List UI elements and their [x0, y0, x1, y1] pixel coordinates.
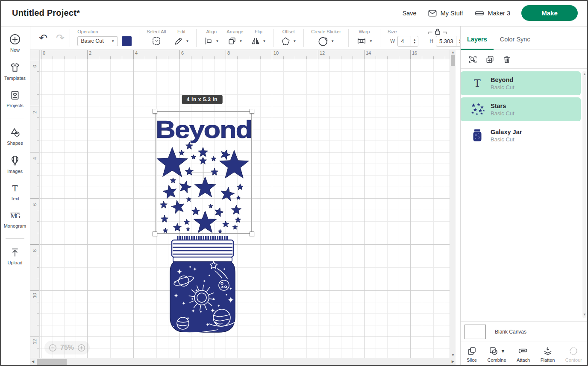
attach-button[interactable]: Attach	[517, 346, 530, 363]
layer-thumbnail-stars	[469, 102, 485, 116]
tab-color-sync[interactable]: Color Sync	[494, 36, 537, 50]
flatten-icon	[543, 346, 553, 356]
scroll-up-arrow[interactable]: ▲	[451, 51, 455, 54]
zoom-in-button[interactable]	[77, 344, 85, 352]
chevron-down-icon: ▼	[185, 39, 189, 43]
project-title[interactable]: Untitled Project*	[12, 8, 80, 18]
header-bar: Untitled Project* Save My Stuff Maker 3 …	[0, 0, 588, 26]
flip-label: Flip	[255, 29, 262, 34]
pencil-icon	[173, 36, 183, 46]
v-ruler-number: 6	[32, 200, 37, 206]
my-stuff-button[interactable]: My Stuff	[428, 9, 463, 18]
chevron-down-icon: ▼	[331, 39, 334, 43]
select-all-icon	[151, 36, 162, 46]
selection-handle-bottom-left[interactable]	[153, 231, 157, 236]
svg-text:T: T	[12, 183, 18, 193]
scroll-right-arrow[interactable]: ▶	[452, 360, 454, 363]
chevron-down-icon: ▼	[262, 39, 266, 43]
sidebar-item-templates[interactable]: Templates	[4, 61, 26, 81]
operation-dropdown[interactable]: Basic Cut ▼	[77, 36, 118, 46]
arrange-icon	[227, 36, 237, 46]
active-tab-underline	[461, 49, 494, 50]
tab-layers[interactable]: Layers	[461, 36, 494, 50]
slice-icon	[467, 346, 477, 356]
blank-canvas-swatch[interactable]	[465, 325, 486, 339]
scroll-left-arrow[interactable]: ◀	[32, 360, 34, 363]
shapes-icon	[9, 126, 21, 138]
v-ruler-number: 2	[32, 108, 37, 114]
design-canvas[interactable]: Beyond	[30, 50, 460, 366]
h-ruler-number: 0	[43, 50, 45, 56]
scroll-down-arrow[interactable]: ▼	[451, 354, 455, 357]
layer-row-stars[interactable]: Stars Basic Cut	[461, 97, 581, 121]
edit-group[interactable]: Edit ▼	[170, 29, 193, 47]
toolbar-divider	[303, 29, 304, 47]
select-all-label: Select All	[147, 29, 166, 34]
lock-icon[interactable]	[428, 28, 447, 35]
select-all-group[interactable]: Select All	[143, 29, 170, 47]
sidebar-item-new[interactable]: New	[9, 33, 21, 53]
color-swatch[interactable]	[122, 36, 132, 46]
sidebar-item-shapes[interactable]: Shapes	[7, 126, 23, 146]
tshirt-icon	[9, 61, 21, 73]
zoom-out-button[interactable]	[49, 344, 57, 352]
selection-handle-bottom-right[interactable]	[250, 231, 254, 236]
sidebar-item-monogram[interactable]: MG Monogram	[4, 210, 26, 228]
panel-scrollbar[interactable]	[582, 71, 586, 318]
make-button[interactable]: Make	[521, 5, 578, 21]
slice-button[interactable]: Slice	[467, 346, 477, 363]
undo-button[interactable]: ↶	[39, 33, 47, 43]
save-button[interactable]: Save	[403, 10, 417, 17]
layer-tools-row	[461, 50, 588, 69]
sidebar-item-projects[interactable]: Projects	[6, 90, 24, 108]
warp-label: Warp	[359, 29, 370, 34]
layer-row-galaxy-jar[interactable]: Galaxy Jar Basic Cut	[461, 123, 581, 147]
sidebar-item-upload[interactable]: Upload	[8, 247, 23, 265]
horizontal-scroll-thumb[interactable]	[37, 359, 67, 365]
warp-group[interactable]: Warp ▼	[352, 29, 376, 47]
sidebar-item-text[interactable]: T Text	[9, 183, 21, 201]
combine-button[interactable]: ▼ Combine	[488, 346, 506, 363]
flatten-button[interactable]: Flatten	[541, 346, 555, 363]
layer-actions-bar: Slice ▼ Combine Attach Flatten Contour	[461, 342, 588, 366]
align-icon	[204, 36, 213, 46]
vertical-scroll-thumb[interactable]	[451, 55, 455, 66]
v-ruler-number: 0	[32, 61, 37, 67]
machine-selector[interactable]: Maker 3	[474, 9, 510, 18]
warp-icon	[356, 36, 367, 46]
panel-scroll-up-arrow[interactable]: ▲	[583, 73, 586, 76]
canvas-vertical-scrollbar[interactable]: ▲ ▼	[450, 50, 456, 358]
width-stepper[interactable]: ▲▼	[411, 36, 418, 46]
toolbar-divider	[273, 29, 273, 47]
arrange-group[interactable]: Arrange ▼	[223, 29, 247, 47]
v-ruler-number: 8	[32, 246, 37, 252]
blank-canvas-row[interactable]: Blank Canvas	[461, 321, 588, 342]
flip-group[interactable]: Flip ▼	[247, 29, 270, 47]
panel-scroll-down-arrow[interactable]: ▼	[583, 313, 586, 316]
canvas-horizontal-scrollbar[interactable]: ◀ ▶	[30, 358, 456, 365]
height-input[interactable]: 5.303 ▲▼	[436, 36, 464, 47]
sidebar-divider	[6, 238, 24, 239]
selection-handle-top-right[interactable]	[250, 109, 254, 114]
layer-list: T Beyond Basic Cut Stars Basic Cut	[461, 69, 582, 321]
machine-icon	[474, 9, 485, 18]
sidebar-item-images[interactable]: Images	[7, 155, 23, 174]
toolbar-divider	[380, 29, 380, 47]
selection-bounding-box[interactable]	[155, 111, 252, 234]
horizontal-ruler: 0246810121416	[40, 50, 451, 59]
offset-group[interactable]: Offset ▼	[277, 29, 300, 47]
create-sticker-group[interactable]: Create Sticker ▼	[307, 29, 345, 47]
contour-button: Contour	[565, 346, 582, 363]
group-button[interactable]	[468, 55, 478, 64]
layers-panel: Layers Color Sync T Beyond	[460, 26, 588, 366]
width-label: W	[390, 38, 395, 44]
width-input[interactable]: 4 ▲▼	[397, 36, 418, 47]
layer-row-beyond[interactable]: T Beyond Basic Cut	[461, 71, 581, 95]
selection-handle-top-left[interactable]	[153, 109, 157, 114]
contour-icon	[568, 346, 579, 356]
duplicate-button[interactable]	[485, 55, 495, 64]
align-group[interactable]: Align ▼	[200, 29, 223, 47]
offset-pentagon-icon	[281, 36, 291, 46]
redo-button[interactable]: ↷	[56, 33, 65, 43]
delete-button[interactable]	[502, 55, 512, 64]
